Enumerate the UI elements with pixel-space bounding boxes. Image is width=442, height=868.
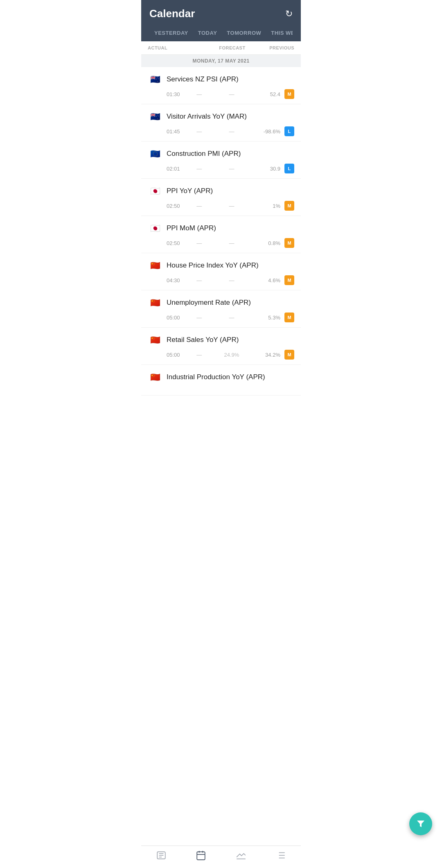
event-time: 04:30 [167, 277, 183, 283]
col-previous: PREVIOUS [246, 45, 294, 50]
event-time: 01:30 [167, 91, 183, 97]
event-item[interactable]: 🇪🇺Construction PMI (APR)02:01——30.9L [141, 142, 301, 179]
event-previous: 52.4 [248, 91, 280, 97]
event-previous: 34.2% [248, 352, 280, 358]
event-row-bottom: 01:30——52.4M [148, 89, 294, 99]
event-row-top: 🇨🇳Unemployment Rate (APR) [148, 295, 294, 310]
tab-this-week[interactable]: THIS WEEK [266, 26, 293, 41]
refresh-icon[interactable]: ↻ [285, 9, 293, 19]
event-forecast: — [215, 277, 248, 283]
importance-badge: M [284, 201, 294, 211]
event-actual: — [183, 128, 215, 135]
event-item[interactable]: 🇯🇵PPI MoM (APR)02:50——0.8%M [141, 216, 301, 253]
event-name: Industrial Production YoY (APR) [167, 373, 294, 381]
event-row-top: 🇨🇳House Price Index YoY (APR) [148, 258, 294, 273]
event-row-bottom: 02:01——30.9L [148, 164, 294, 173]
event-name: Visitor Arrivals YoY (MAR) [167, 112, 294, 121]
event-name: Construction PMI (APR) [167, 150, 294, 158]
event-previous: 30.9 [248, 166, 280, 172]
event-name: House Price Index YoY (APR) [167, 261, 294, 270]
event-actual: — [183, 166, 215, 172]
importance-badge: M [284, 89, 294, 99]
event-item[interactable]: 🇨🇳House Price Index YoY (APR)04:30——4.6%… [141, 253, 301, 290]
event-forecast: — [215, 91, 248, 97]
event-row-top: 🇯🇵PPI YoY (APR) [148, 184, 294, 198]
importance-badge: M [284, 350, 294, 360]
event-item[interactable]: 🇳🇿Services NZ PSI (APR)01:30——52.4M [141, 67, 301, 104]
event-forecast: — [215, 166, 248, 172]
event-item[interactable]: 🇨🇳Unemployment Rate (APR)05:00——5.3%M [141, 290, 301, 328]
header: Calendar ↻ YESTERDAYTODAYTOMORROWTHIS WE… [141, 0, 301, 41]
event-time: 05:00 [167, 352, 183, 358]
importance-badge: M [284, 238, 294, 248]
col-actual: ACTUAL [148, 45, 196, 50]
flag-cn: 🇨🇳 [148, 333, 162, 347]
event-forecast: — [215, 315, 248, 321]
event-row-top: 🇳🇿Services NZ PSI (APR) [148, 72, 294, 87]
flag-eu: 🇪🇺 [148, 146, 162, 161]
flag-nz: 🇳🇿 [148, 72, 162, 87]
flag-cn: 🇨🇳 [148, 295, 162, 310]
date-separator: MONDAY, 17 MAY 2021 [141, 55, 301, 67]
event-row-bottom: 01:45——-98.6%L [148, 126, 294, 136]
event-time: 01:45 [167, 128, 183, 135]
event-row-top: 🇨🇳Retail Sales YoY (APR) [148, 333, 294, 347]
event-actual: — [183, 91, 215, 97]
event-actual: — [183, 240, 215, 246]
event-time: 02:50 [167, 240, 183, 246]
tab-yesterday[interactable]: YESTERDAY [149, 26, 193, 41]
event-time: 05:00 [167, 315, 183, 321]
event-previous: 1% [248, 203, 280, 209]
event-actual: — [183, 277, 215, 283]
tab-today[interactable]: TODAY [193, 26, 222, 41]
event-name: PPI MoM (APR) [167, 224, 294, 232]
event-row-top: 🇯🇵PPI MoM (APR) [148, 221, 294, 236]
event-previous: 0.8% [248, 240, 280, 246]
event-row-top: 🇳🇿Visitor Arrivals YoY (MAR) [148, 109, 294, 124]
event-row-bottom: 04:30——4.6%M [148, 275, 294, 285]
event-name: PPI YoY (APR) [167, 187, 294, 195]
event-time: 02:50 [167, 203, 183, 209]
importance-badge: M [284, 275, 294, 285]
event-name: Services NZ PSI (APR) [167, 75, 294, 83]
column-headers: ACTUAL FORECAST PREVIOUS [141, 41, 301, 55]
event-row-bottom: 02:50——0.8%M [148, 238, 294, 248]
flag-jp: 🇯🇵 [148, 184, 162, 198]
event-row-bottom: 05:00—24.9%34.2%M [148, 350, 294, 360]
header-top: Calendar ↻ [149, 7, 293, 26]
event-row-top: 🇨🇳Industrial Production YoY (APR) [148, 370, 294, 385]
flag-nz: 🇳🇿 [148, 109, 162, 124]
event-forecast: 24.9% [215, 352, 248, 358]
event-item[interactable]: 🇨🇳Retail Sales YoY (APR)05:00—24.9%34.2%… [141, 328, 301, 365]
flag-cn: 🇨🇳 [148, 370, 162, 385]
event-forecast: — [215, 128, 248, 135]
event-previous: -98.6% [248, 128, 280, 135]
event-forecast: — [215, 240, 248, 246]
event-actual: — [183, 315, 215, 321]
event-actual: — [183, 352, 215, 358]
importance-badge: L [284, 164, 294, 173]
event-row-top: 🇪🇺Construction PMI (APR) [148, 146, 294, 161]
event-previous: 5.3% [248, 315, 280, 321]
event-item[interactable]: 🇳🇿Visitor Arrivals YoY (MAR)01:45——-98.6… [141, 104, 301, 142]
event-forecast: — [215, 203, 248, 209]
col-forecast: FORECAST [196, 45, 245, 50]
event-previous: 4.6% [248, 277, 280, 283]
importance-badge: L [284, 126, 294, 136]
event-row-bottom: 05:00——5.3%M [148, 313, 294, 322]
event-name: Retail Sales YoY (APR) [167, 336, 294, 344]
content-area: MONDAY, 17 MAY 2021 🇳🇿Services NZ PSI (A… [141, 55, 301, 424]
event-name: Unemployment Rate (APR) [167, 299, 294, 307]
flag-jp: 🇯🇵 [148, 221, 162, 236]
event-row-bottom: 02:50——1%M [148, 201, 294, 211]
page-title: Calendar [149, 7, 195, 20]
tab-tomorrow[interactable]: TOMORROW [222, 26, 266, 41]
tab-bar: YESTERDAYTODAYTOMORROWTHIS WEEKNEXT WEEK [149, 26, 293, 41]
flag-cn: 🇨🇳 [148, 258, 162, 273]
event-actual: — [183, 203, 215, 209]
event-item[interactable]: 🇯🇵PPI YoY (APR)02:50——1%M [141, 179, 301, 216]
event-item[interactable]: 🇨🇳Industrial Production YoY (APR) [141, 365, 301, 396]
event-time: 02:01 [167, 166, 183, 172]
importance-badge: M [284, 313, 294, 322]
